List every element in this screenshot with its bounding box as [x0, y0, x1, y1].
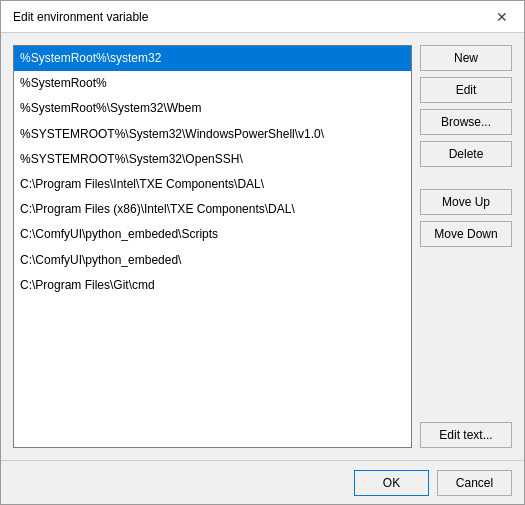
- ok-button[interactable]: OK: [354, 470, 429, 496]
- list-item[interactable]: %SystemRoot%: [14, 71, 411, 96]
- list-item[interactable]: %SystemRoot%\System32\Wbem: [14, 96, 411, 121]
- edit-button[interactable]: Edit: [420, 77, 512, 103]
- list-item[interactable]: %SystemRoot%\system32: [14, 46, 411, 71]
- action-buttons-column: New Edit Browse... Delete Move Up Move D…: [420, 45, 512, 448]
- move-down-button[interactable]: Move Down: [420, 221, 512, 247]
- new-button[interactable]: New: [420, 45, 512, 71]
- env-variable-list[interactable]: %SystemRoot%\system32%SystemRoot%%System…: [13, 45, 412, 448]
- title-bar: Edit environment variable ✕: [1, 1, 524, 33]
- dialog-footer: OK Cancel: [1, 460, 524, 504]
- edit-text-button[interactable]: Edit text...: [420, 422, 512, 448]
- list-item[interactable]: C:\Program Files\Git\cmd: [14, 273, 411, 298]
- list-item[interactable]: C:\ComfyUI\python_embeded\: [14, 248, 411, 273]
- dialog-title: Edit environment variable: [13, 10, 148, 24]
- list-item[interactable]: %SYSTEMROOT%\System32\WindowsPowerShell\…: [14, 122, 411, 147]
- cancel-button[interactable]: Cancel: [437, 470, 512, 496]
- close-button[interactable]: ✕: [492, 7, 512, 27]
- list-item[interactable]: C:\Program Files\Intel\TXE Components\DA…: [14, 172, 411, 197]
- delete-button[interactable]: Delete: [420, 141, 512, 167]
- dialog-body: %SystemRoot%\system32%SystemRoot%%System…: [1, 33, 524, 460]
- edit-env-variable-dialog: Edit environment variable ✕ %SystemRoot%…: [0, 0, 525, 505]
- browse-button[interactable]: Browse...: [420, 109, 512, 135]
- list-item[interactable]: %SYSTEMROOT%\System32\OpenSSH\: [14, 147, 411, 172]
- list-item[interactable]: C:\Program Files (x86)\Intel\TXE Compone…: [14, 197, 411, 222]
- list-item[interactable]: C:\ComfyUI\python_embeded\Scripts: [14, 222, 411, 247]
- move-up-button[interactable]: Move Up: [420, 189, 512, 215]
